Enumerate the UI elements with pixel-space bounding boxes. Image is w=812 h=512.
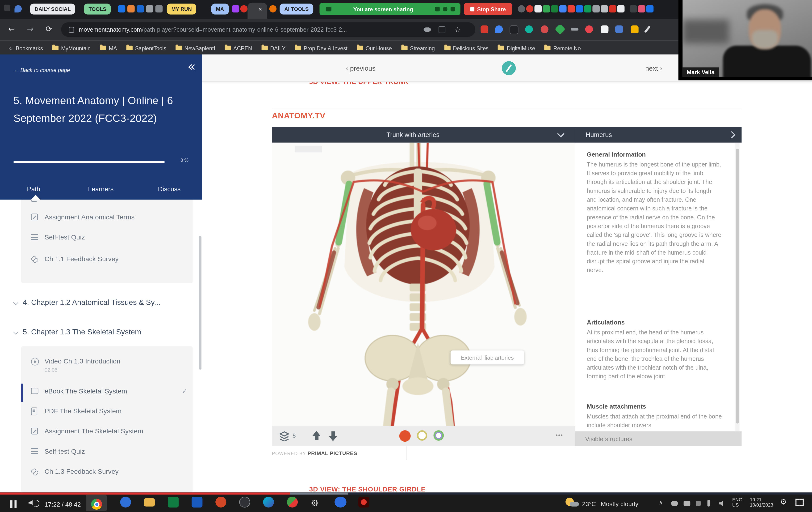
more-options-icon[interactable]: ••• bbox=[556, 432, 563, 438]
edit-tool-button[interactable] bbox=[502, 61, 516, 75]
tab-group-ai-tools[interactable]: AI TOOLS bbox=[280, 3, 313, 15]
back-to-course-link[interactable]: ← Back to course page bbox=[13, 67, 70, 73]
language-indicator[interactable]: ENG US bbox=[732, 497, 743, 508]
tab-favicon[interactable] bbox=[118, 5, 125, 12]
lesson-item-video[interactable]: Video Ch 1.3 Introduction 02:05 bbox=[21, 356, 193, 379]
extension-icon[interactable] bbox=[495, 26, 503, 33]
layer-down-button[interactable] bbox=[329, 436, 337, 441]
bookmark-star-icon[interactable]: ☆ bbox=[454, 26, 461, 34]
tab-group-tools[interactable]: TOOLS bbox=[84, 3, 111, 15]
active-tab[interactable]: × bbox=[248, 3, 267, 19]
structure-panel-header[interactable]: Humerus bbox=[575, 127, 742, 143]
lesson-item[interactable]: PDF The Skeletal System bbox=[21, 405, 193, 421]
weather-description[interactable]: Mostly cloudy bbox=[601, 500, 638, 508]
green-view-mode-button[interactable] bbox=[433, 430, 444, 441]
key-icon[interactable] bbox=[424, 27, 431, 32]
yellow-view-mode-button[interactable] bbox=[417, 430, 427, 441]
powerpoint-icon[interactable] bbox=[215, 497, 226, 508]
bookmarks-manager[interactable]: ☆ Bookmarks bbox=[8, 45, 43, 51]
taskbar-app-icon[interactable] bbox=[263, 497, 274, 508]
tray-speaker-icon[interactable] bbox=[719, 501, 723, 506]
bookmark-folder[interactable]: Streaming bbox=[401, 45, 435, 51]
extension-icon[interactable] bbox=[615, 26, 623, 33]
tab-favicon[interactable] bbox=[559, 5, 567, 12]
close-tab-icon[interactable]: × bbox=[258, 6, 262, 12]
clock[interactable]: 19:21 10/01/2023 bbox=[750, 497, 773, 508]
extension-icon[interactable] bbox=[601, 26, 608, 33]
chapter-1-2-row[interactable]: 4. Chapter 1.2 Anatomical Tissues & Sy..… bbox=[0, 297, 199, 311]
tab-favicon[interactable] bbox=[146, 5, 153, 12]
tab-favicon[interactable] bbox=[526, 5, 533, 12]
extension-icon[interactable] bbox=[585, 26, 593, 33]
tray-monitor-icon[interactable] bbox=[696, 501, 701, 506]
taskbar-app-icon[interactable] bbox=[120, 497, 131, 508]
lesson-item[interactable]: Assignment Anatomical Terms bbox=[21, 212, 193, 227]
tab-favicon[interactable] bbox=[584, 5, 591, 12]
acrobat-icon[interactable] bbox=[358, 497, 369, 508]
extension-icon[interactable] bbox=[571, 28, 578, 31]
pinned-tab-favicon[interactable] bbox=[14, 5, 22, 12]
visible-structures-bar[interactable]: Visible structures bbox=[575, 431, 742, 446]
bookmark-folder[interactable]: DAILY bbox=[261, 45, 286, 51]
file-explorer-icon[interactable] bbox=[144, 498, 155, 507]
back-button[interactable]: ← bbox=[8, 24, 15, 34]
sidebar-scrollbar-thumb[interactable] bbox=[199, 236, 201, 370]
tab-favicon[interactable] bbox=[127, 5, 135, 12]
collapse-sidebar-button[interactable]: « bbox=[187, 59, 196, 74]
tab-favicon[interactable] bbox=[576, 5, 583, 12]
extension-icon[interactable] bbox=[631, 26, 639, 33]
extension-icon[interactable] bbox=[510, 26, 518, 34]
bookmark-folder[interactable]: Prop Dev & Invest bbox=[295, 45, 348, 51]
excel-icon[interactable] bbox=[168, 497, 179, 508]
tab-learners[interactable]: Learners bbox=[88, 186, 114, 193]
tab-favicon[interactable] bbox=[630, 5, 637, 12]
lesson-item[interactable]: Assignment The Skeletal System bbox=[21, 426, 193, 441]
tab-favicon[interactable] bbox=[568, 5, 575, 12]
lesson-item[interactable]: Ch 1.1 Feedback Survey bbox=[21, 253, 193, 269]
weather-temp[interactable]: 23°C bbox=[582, 500, 596, 508]
tray-expand-chevron[interactable]: ∧ bbox=[659, 499, 663, 506]
word-icon[interactable] bbox=[192, 497, 202, 508]
tab-path[interactable]: Path bbox=[27, 186, 40, 193]
layers-icon[interactable] bbox=[279, 431, 289, 441]
next-button[interactable]: next › bbox=[645, 64, 662, 72]
extension-icon[interactable] bbox=[481, 26, 488, 33]
tab-discuss[interactable]: Discuss bbox=[158, 186, 181, 193]
tab-favicon[interactable] bbox=[551, 5, 558, 12]
tab-favicon[interactable] bbox=[617, 5, 625, 12]
chrome-icon[interactable] bbox=[91, 499, 102, 510]
chapter-1-3-row[interactable]: 5. Chapter 1.3 The Skeletal System bbox=[0, 327, 199, 340]
tab-favicon[interactable] bbox=[638, 5, 645, 12]
share-icon[interactable] bbox=[439, 26, 445, 33]
tray-cloud-icon[interactable] bbox=[671, 501, 678, 506]
taskbar-app-icon[interactable] bbox=[239, 497, 250, 508]
bookmark-folder[interactable]: MA bbox=[100, 45, 117, 51]
bookmark-folder[interactable]: DigitalMuse bbox=[498, 45, 535, 51]
bookmark-folder[interactable]: SapientTools bbox=[126, 45, 166, 51]
taskbar-app-icon[interactable] bbox=[287, 497, 298, 508]
tab-group-daily-social[interactable]: DAILY SOCIAL bbox=[30, 3, 75, 15]
model-select[interactable]: Trunk with arteries bbox=[272, 127, 575, 143]
previous-button[interactable]: ‹ previous bbox=[346, 64, 375, 72]
pause-button[interactable] bbox=[10, 500, 17, 508]
extension-icon[interactable] bbox=[541, 26, 549, 33]
bookmark-folder[interactable]: ACPEN bbox=[225, 45, 252, 51]
reload-button[interactable]: ⟳ bbox=[46, 24, 52, 34]
fullscreen-toggle-icon[interactable] bbox=[795, 499, 804, 506]
tab-favicon[interactable] bbox=[269, 5, 277, 12]
audio-icon[interactable] bbox=[451, 7, 455, 11]
bookmark-folder[interactable]: NewSapientI bbox=[175, 45, 215, 51]
lesson-item[interactable]: Self-test Quiz bbox=[21, 232, 193, 247]
settings-gear-icon[interactable]: ⚙ bbox=[311, 497, 318, 508]
lesson-item-active[interactable]: eBook The Skeletal System ✓ bbox=[21, 386, 193, 401]
volume-icon[interactable] bbox=[29, 500, 33, 505]
extension-icon[interactable] bbox=[525, 26, 533, 33]
tab-favicon[interactable] bbox=[518, 5, 525, 12]
tab-favicon[interactable] bbox=[646, 5, 654, 12]
tray-folder-icon[interactable] bbox=[684, 501, 691, 506]
tab-favicon[interactable] bbox=[534, 5, 542, 12]
bookmark-folder[interactable]: Remote No bbox=[545, 45, 581, 51]
forward-button[interactable]: → bbox=[27, 24, 33, 34]
tab-favicon[interactable] bbox=[232, 5, 239, 12]
tab-group-ma[interactable]: MA bbox=[211, 3, 229, 15]
